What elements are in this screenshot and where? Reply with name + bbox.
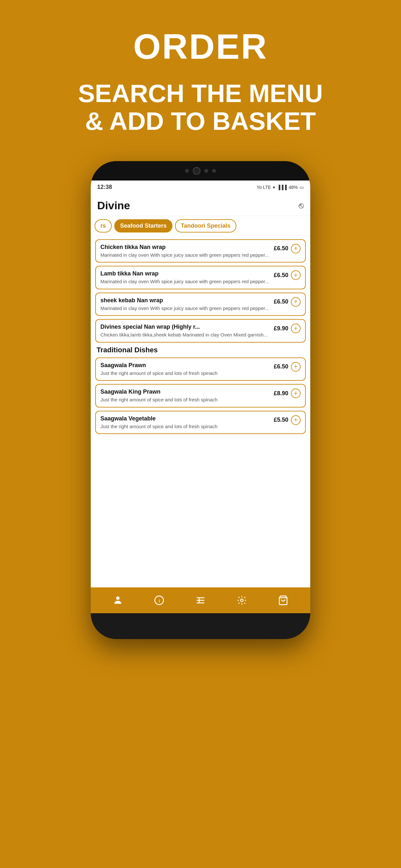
network-indicator: Yo LTE bbox=[257, 185, 271, 190]
menu-item-saagwala-vegetable: Saagwala Vegetable Just the right amount… bbox=[95, 411, 306, 434]
add-button-saagwala-king-prawn[interactable]: + bbox=[291, 389, 301, 398]
item-price-saagwala-king-prawn: £8.90 bbox=[274, 390, 288, 397]
signal-icon: ▐▐▐ bbox=[277, 185, 287, 190]
item-info-saagwala-prawn: Saagwala Prawn Just the right amount of … bbox=[100, 362, 271, 376]
item-price-add-saagwala-vegetable: £5.50 + bbox=[274, 415, 301, 425]
tab-previous[interactable]: rs bbox=[95, 219, 112, 232]
item-price-lamb-tikka: £6.50 bbox=[274, 272, 288, 279]
menu-item-sheek-kebab: sheek kebab Nan wrap Marinated in clay o… bbox=[95, 292, 306, 316]
info-icon: i bbox=[154, 595, 164, 606]
item-name-sheek-kebab: sheek kebab Nan wrap bbox=[100, 297, 271, 304]
item-name-saagwala-king-prawn: Saagwala King Prawn bbox=[100, 389, 271, 395]
status-bar: 12:38 Yo LTE ▾ ▐▐▐ 48% ▭ bbox=[91, 181, 310, 194]
item-desc-divines-special: Chicken tikka,lamb tikka,sheek kebab Mar… bbox=[100, 332, 271, 338]
item-desc-saagwala-prawn: Just the right amount of spice and lots … bbox=[100, 370, 271, 376]
item-price-add-saagwala-king-prawn: £8.90 + bbox=[274, 389, 301, 398]
sensor-dot bbox=[204, 169, 208, 173]
nav-settings[interactable] bbox=[237, 595, 247, 606]
phone-camera-bar bbox=[91, 161, 310, 181]
item-desc-lamb-tikka: Marinated in clay oven With spice juicy … bbox=[100, 278, 271, 285]
item-price-add-divines-special: £9.90 + bbox=[274, 323, 301, 333]
category-tabs: rs Seafood Starters Tandoori Specials bbox=[91, 216, 310, 236]
nav-menu[interactable] bbox=[195, 595, 206, 606]
phone-mockup: 12:38 Yo LTE ▾ ▐▐▐ 48% ▭ Divine ⎋ rs Sea… bbox=[91, 161, 310, 639]
nav-person[interactable] bbox=[113, 595, 123, 606]
status-right: Yo LTE ▾ ▐▐▐ 48% ▭ bbox=[257, 185, 304, 190]
battery-icon: ▭ bbox=[300, 185, 304, 190]
item-info-saagwala-king-prawn: Saagwala King Prawn Just the right amoun… bbox=[100, 389, 271, 403]
status-time: 12:38 bbox=[97, 184, 112, 190]
order-heading: ORDER bbox=[133, 26, 268, 67]
svg-text:i: i bbox=[159, 598, 160, 603]
item-info-chicken-tikka: Chicken tikka Nan wrap Marinated in clay… bbox=[100, 244, 271, 258]
menu-item-chicken-tikka: Chicken tikka Nan wrap Marinated in clay… bbox=[95, 239, 306, 263]
item-price-saagwala-prawn: £6.50 bbox=[274, 363, 288, 370]
item-info-saagwala-vegetable: Saagwala Vegetable Just the right amount… bbox=[100, 415, 271, 430]
item-price-divines-special: £9.90 bbox=[274, 325, 288, 332]
item-name-saagwala-vegetable: Saagwala Vegetable bbox=[100, 415, 271, 422]
item-desc-saagwala-vegetable: Just the right amount of spice and lots … bbox=[100, 423, 271, 430]
svg-rect-4 bbox=[197, 600, 204, 600]
app-content: Divine ⎋ rs Seafood Starters Tandoori Sp… bbox=[91, 194, 310, 613]
menu-item-divines-special: Divines special Nan wrap (Highly r... Ch… bbox=[95, 319, 306, 343]
wifi-icon: ▾ bbox=[273, 185, 275, 190]
svg-rect-6 bbox=[199, 598, 200, 603]
speaker-dot bbox=[185, 169, 189, 173]
menu-item-saagwala-king-prawn: Saagwala King Prawn Just the right amoun… bbox=[95, 384, 306, 407]
battery-level: 48% bbox=[289, 185, 298, 190]
item-price-add-saagwala-prawn: £6.50 + bbox=[274, 362, 301, 372]
item-desc-sheek-kebab: Marinated in clay oven With spice juicy … bbox=[100, 305, 271, 312]
sensor-dot2 bbox=[212, 169, 216, 173]
item-price-chicken-tikka: £6.50 bbox=[274, 245, 288, 252]
add-button-saagwala-prawn[interactable]: + bbox=[291, 362, 301, 372]
add-button-divines-special[interactable]: + bbox=[291, 323, 301, 333]
item-info-lamb-tikka: Lamb tikka Nan wrap Marinated in clay ov… bbox=[100, 270, 271, 285]
person-icon bbox=[113, 595, 123, 606]
item-desc-chicken-tikka: Marinated in clay oven With spice juicy … bbox=[100, 252, 271, 258]
item-price-saagwala-vegetable: £5.50 bbox=[274, 416, 288, 423]
svg-rect-3 bbox=[197, 597, 204, 598]
menu-item-saagwala-prawn: Saagwala Prawn Just the right amount of … bbox=[95, 358, 306, 381]
search-menu-subtitle: SEARCH THE MENU & ADD TO BASKET bbox=[59, 80, 342, 135]
menu-list: Chicken tikka Nan wrap Marinated in clay… bbox=[91, 236, 310, 587]
item-info-divines-special: Divines special Nan wrap (Highly r... Ch… bbox=[100, 323, 271, 338]
nav-basket[interactable] bbox=[278, 595, 288, 606]
svg-point-0 bbox=[116, 596, 120, 600]
item-price-add-lamb-tikka: £6.50 + bbox=[274, 270, 301, 280]
menu-item-lamb-tikka: Lamb tikka Nan wrap Marinated in clay ov… bbox=[95, 266, 306, 289]
tab-seafood-starters[interactable]: Seafood Starters bbox=[114, 219, 173, 232]
item-name-lamb-tikka: Lamb tikka Nan wrap bbox=[100, 270, 271, 277]
settings-icon bbox=[237, 595, 247, 606]
item-price-sheek-kebab: £6.50 bbox=[274, 299, 288, 305]
item-info-sheek-kebab: sheek kebab Nan wrap Marinated in clay o… bbox=[100, 297, 271, 312]
app-title: Divine bbox=[97, 199, 130, 212]
nav-info[interactable]: i bbox=[154, 595, 164, 606]
add-button-sheek-kebab[interactable]: + bbox=[291, 297, 301, 307]
svg-point-7 bbox=[241, 599, 243, 601]
camera-dot bbox=[193, 167, 201, 175]
bottom-nav: i bbox=[91, 587, 310, 613]
item-price-add-sheek-kebab: £6.50 + bbox=[274, 297, 301, 307]
tab-tandoori-specials[interactable]: Tandoori Specials bbox=[175, 219, 236, 232]
item-desc-saagwala-king-prawn: Just the right amount of spice and lots … bbox=[100, 397, 271, 403]
menu-icon bbox=[195, 595, 206, 606]
add-button-saagwala-vegetable[interactable]: + bbox=[291, 415, 301, 425]
svg-rect-5 bbox=[197, 602, 204, 603]
section-title-traditional: Traditional Dishes bbox=[96, 346, 306, 354]
item-name-chicken-tikka: Chicken tikka Nan wrap bbox=[100, 244, 271, 251]
share-icon[interactable]: ⎋ bbox=[299, 200, 304, 211]
basket-icon bbox=[278, 595, 288, 606]
add-button-lamb-tikka[interactable]: + bbox=[291, 270, 301, 280]
add-button-chicken-tikka[interactable]: + bbox=[291, 244, 301, 253]
item-price-add-chicken-tikka: £6.50 + bbox=[274, 244, 301, 253]
app-header: Divine ⎋ bbox=[91, 194, 310, 216]
item-name-divines-special: Divines special Nan wrap (Highly r... bbox=[100, 323, 271, 330]
item-name-saagwala-prawn: Saagwala Prawn bbox=[100, 362, 271, 369]
